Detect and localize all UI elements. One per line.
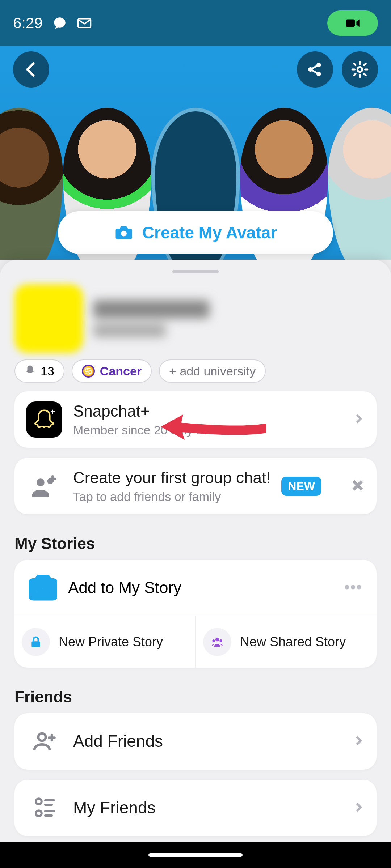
create-avatar-button[interactable]: Create My Avatar — [58, 211, 333, 254]
chat-notification-icon — [52, 16, 67, 31]
zodiac-chip[interactable]: ♋ Cancer — [72, 359, 152, 383]
svg-point-8 — [37, 478, 44, 486]
svg-point-13 — [357, 585, 361, 589]
back-button[interactable] — [13, 51, 49, 88]
dismiss-group-button[interactable] — [350, 478, 365, 494]
chevron-right-icon — [352, 412, 365, 427]
chevron-right-icon — [352, 801, 365, 815]
share-button[interactable] — [297, 51, 333, 88]
svg-point-16 — [212, 639, 215, 642]
svg-point-19 — [36, 799, 42, 804]
camera-outline-icon — [29, 573, 57, 603]
svg-point-11 — [345, 585, 349, 589]
svg-point-6 — [121, 231, 127, 237]
snapchat-plus-sub: Member since 20 July 2023 — [73, 423, 341, 437]
profile-chips: 13 ♋ Cancer + add university — [0, 353, 391, 391]
snapchat-plus-card[interactable]: + Snapchat+ Member since 20 July 2023 — [14, 391, 377, 448]
camera-icon — [114, 222, 134, 243]
my-stories-heading: My Stories — [0, 524, 391, 560]
group-add-icon — [26, 468, 62, 504]
video-call-pill[interactable] — [327, 10, 378, 36]
snapchat-plus-title: Snapchat+ — [73, 402, 341, 421]
add-friend-icon — [26, 723, 62, 760]
add-friends-row[interactable]: Add Friends — [14, 713, 377, 770]
add-friends-label: Add Friends — [73, 731, 341, 751]
group-chat-card[interactable]: Create your first group chat! Tap to add… — [14, 458, 377, 514]
svg-point-12 — [351, 585, 355, 589]
avatar-sample-1 — [0, 108, 63, 260]
chevron-right-icon — [352, 734, 365, 749]
my-friends-label: My Friends — [73, 798, 341, 818]
new-shared-story-button[interactable]: New Shared Story — [196, 616, 377, 668]
group-chat-title: Create your first group chat! — [73, 468, 270, 488]
group-chat-sub: Tap to add friends or family — [73, 490, 270, 504]
outlook-notification-icon — [77, 16, 92, 31]
ghost-icon — [25, 364, 35, 378]
snapcode — [14, 284, 83, 353]
add-university-label: + add university — [169, 364, 256, 378]
snapscore-chip[interactable]: 13 — [14, 359, 64, 383]
status-bar: 6:29 — [0, 0, 391, 46]
svg-point-20 — [36, 810, 42, 816]
svg-text:+: + — [50, 407, 55, 416]
sheet-grab-handle[interactable] — [172, 270, 219, 273]
svg-point-10 — [39, 584, 47, 593]
more-options-button[interactable] — [344, 584, 362, 592]
lock-icon — [22, 628, 50, 656]
add-university-chip[interactable]: + add university — [159, 359, 266, 383]
zodiac-label: Cancer — [100, 364, 142, 378]
avatar-hero: Create My Avatar — [0, 46, 391, 260]
svg-point-17 — [219, 639, 222, 642]
private-story-label: New Private Story — [59, 634, 163, 650]
home-indicator[interactable] — [0, 842, 391, 868]
friends-heading: Friends — [0, 678, 391, 713]
profile-header[interactable] — [0, 281, 391, 353]
svg-point-15 — [215, 638, 219, 641]
snapscore-value: 13 — [41, 364, 54, 378]
create-avatar-label: Create My Avatar — [142, 223, 277, 242]
svg-rect-14 — [31, 641, 40, 647]
svg-point-18 — [38, 733, 46, 741]
my-friends-row[interactable]: My Friends — [14, 780, 377, 836]
friends-list-icon — [26, 790, 62, 826]
new-private-story-button[interactable]: New Private Story — [14, 616, 196, 668]
cancer-icon: ♋ — [82, 365, 95, 378]
profile-sheet: 13 ♋ Cancer + add university + Snapchat+… — [0, 260, 391, 842]
status-time: 6:29 — [13, 14, 43, 32]
svg-rect-1 — [346, 20, 355, 27]
group-icon — [203, 628, 231, 656]
shared-story-label: New Shared Story — [240, 634, 346, 650]
my-stories-card: Add to My Story New Private Story New Sh — [14, 560, 377, 668]
avatar-sample-4 — [328, 108, 391, 260]
snapchat-plus-icon: + — [26, 401, 62, 438]
profile-name-block — [93, 300, 209, 337]
add-to-my-story-label: Add to My Story — [68, 579, 333, 597]
svg-point-5 — [357, 67, 362, 72]
new-badge: NEW — [281, 477, 321, 496]
add-to-my-story-row[interactable]: Add to My Story — [14, 560, 377, 616]
settings-button[interactable] — [342, 51, 378, 88]
